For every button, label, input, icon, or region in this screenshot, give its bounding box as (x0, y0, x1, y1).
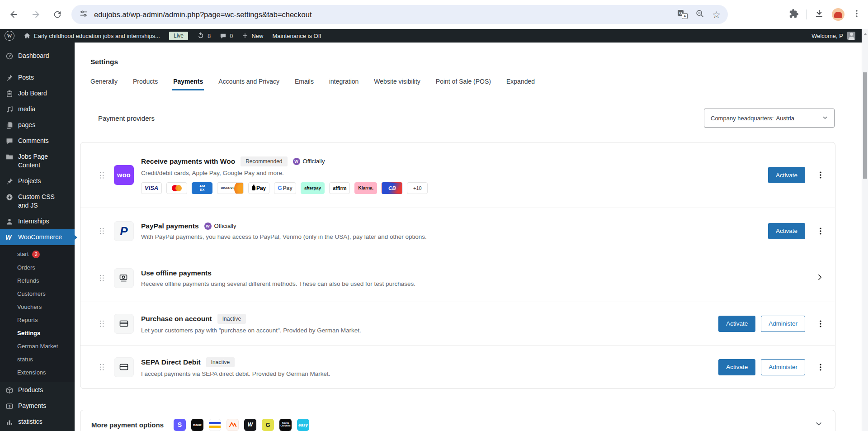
submenu-item-orders[interactable]: Orders (0, 261, 75, 274)
submenu-item-refunds[interactable]: Refunds (0, 274, 75, 287)
scrollbar-thumb[interactable] (863, 72, 867, 179)
submenu-item-extensions[interactable]: Extensions (0, 366, 75, 379)
tab-expanded[interactable]: Expanded (505, 78, 536, 90)
submenu-item-settings[interactable]: Settings (0, 327, 75, 340)
paypal-logo: P (114, 221, 134, 241)
drag-handle-icon[interactable] (99, 274, 104, 282)
activate-button[interactable]: Activate (768, 167, 805, 183)
activate-button[interactable]: Activate (718, 359, 755, 375)
drag-handle-icon[interactable] (99, 320, 104, 327)
sidebar-item-posts[interactable]: Posts (0, 70, 75, 85)
start-count-badge: 2 (32, 251, 40, 258)
sidebar-item-payments[interactable]: $ Payments (0, 398, 75, 414)
kebab-menu-icon[interactable] (814, 168, 827, 182)
tab-integration[interactable]: integration (328, 78, 359, 90)
account-menu[interactable]: Welcome, P (811, 32, 868, 40)
bar-chart-icon (5, 418, 14, 426)
sidebar-item-jobs-page-content[interactable]: Jobs Page Content (0, 149, 75, 173)
kebab-menu-icon[interactable] (814, 360, 827, 374)
sidebar-item-internships[interactable]: Internships (0, 213, 75, 229)
pages-icon (5, 121, 14, 129)
tab-products[interactable]: Products (132, 78, 159, 90)
sidebar-item-custom-css-js[interactable]: Custom CSS and JS (0, 189, 75, 213)
submenu-item-german-market[interactable]: German Market (0, 340, 75, 353)
provider-name: PayPal payments (141, 222, 199, 230)
provider-row-offline: Use offline payments Receive offline pay… (80, 254, 835, 302)
sidebar-item-comments[interactable]: Comments (0, 133, 75, 149)
sidebar-item-products[interactable]: Products (0, 382, 75, 398)
sidebar-item-projects[interactable]: Projects (0, 173, 75, 189)
zoom-icon[interactable] (695, 9, 705, 20)
browser-menu-icon[interactable] (852, 9, 862, 20)
activate-button[interactable]: Activate (718, 316, 755, 332)
provider-description: Credit/debit cards, Apple Pay, Google Pa… (141, 170, 768, 176)
submenu-item-customers[interactable]: Customers (0, 287, 75, 300)
mollie-logo: mollie (191, 419, 203, 431)
site-settings-icon[interactable] (79, 9, 89, 20)
invoice-card-icon (114, 314, 134, 334)
sepa-card-icon (114, 357, 134, 377)
sidebar-item-media[interactable]: media (0, 101, 75, 117)
downloads-icon[interactable] (814, 8, 825, 21)
sidebar-item-pages[interactable]: pages (0, 117, 75, 133)
browser-nav-buttons (0, 6, 71, 23)
live-badge[interactable]: Live (165, 29, 193, 43)
inactive-badge: Inactive (206, 357, 235, 367)
activate-button[interactable]: Activate (768, 223, 805, 239)
user-avatar (847, 32, 855, 40)
translate-icon[interactable] (678, 10, 688, 19)
wp-logo-menu[interactable] (0, 29, 19, 43)
sidebar-item-statistics[interactable]: statistics (0, 414, 75, 430)
submenu-item-start[interactable]: start2 (0, 247, 75, 261)
administer-button[interactable]: Administer (761, 316, 805, 332)
provider-name: Purchase on account (141, 315, 212, 323)
provider-name: Use offline payments (141, 269, 212, 277)
provider-description: With PayPal payments, you have access to… (141, 233, 768, 240)
more-payment-options[interactable]: More payment options S mollie W G Klarna… (80, 410, 835, 431)
sidebar-item-woocommerce[interactable]: W WooCommerce (0, 229, 75, 245)
submenu-item-vouchers[interactable]: Vouchers (0, 300, 75, 313)
tab-point-of-sale[interactable]: Point of Sale (POS) (435, 78, 492, 90)
tab-emails[interactable]: Emails (294, 78, 315, 90)
updates-link[interactable]: 8 (193, 29, 215, 43)
officially-badge: WOfficially (204, 223, 236, 230)
back-button[interactable] (5, 6, 23, 23)
new-menu[interactable]: New (237, 29, 268, 43)
sidebar-item-dashboard[interactable]: Dashboard (0, 48, 75, 64)
maintenance-status[interactable]: Maintenance is Off (268, 29, 326, 43)
tab-payments[interactable]: Payments (172, 78, 204, 90)
drag-handle-icon[interactable] (99, 171, 104, 179)
drag-handle-icon[interactable] (99, 227, 104, 235)
expand-chevron-icon[interactable] (814, 419, 823, 430)
page-scrollbar[interactable] (862, 29, 868, 431)
chevron-right-icon[interactable] (812, 270, 827, 286)
tab-website-visibility[interactable]: Website visibility (373, 78, 421, 90)
tab-accounts-privacy[interactable]: Accounts and Privacy (217, 78, 280, 90)
kebab-menu-icon[interactable] (814, 317, 827, 331)
extensions-icon[interactable] (789, 9, 799, 20)
url-text[interactable]: edujobs.at/wp-admin/admin.php?page=wc-se… (94, 10, 672, 19)
site-name: Early childhood education jobs and inter… (34, 33, 160, 39)
gocardless-logo: G (262, 419, 274, 431)
amex-chip: AMEX (192, 182, 212, 194)
bookmark-star-icon[interactable]: ☆ (712, 10, 721, 19)
tab-generally[interactable]: Generally (90, 78, 118, 90)
url-bar[interactable]: edujobs.at/wp-admin/admin.php?page=wc-se… (71, 5, 728, 24)
submenu-item-status[interactable]: status (0, 353, 75, 366)
comments-link[interactable]: 0 (215, 29, 237, 43)
forward-button[interactable] (27, 6, 44, 23)
reload-button[interactable] (49, 6, 66, 23)
drag-handle-icon[interactable] (99, 363, 104, 371)
administer-button[interactable]: Administer (761, 359, 805, 375)
person-icon (5, 218, 14, 226)
provider-row-paypal: P PayPal payments WOfficially With PayPa… (80, 208, 835, 254)
site-link[interactable]: Early childhood education jobs and inter… (19, 29, 165, 43)
wordpress-logo-icon (5, 31, 14, 41)
profile-avatar[interactable] (832, 8, 844, 21)
provider-description: Receive offline payments using several d… (141, 280, 812, 287)
settings-page: Settings Generally Products Payments Acc… (75, 43, 868, 431)
submenu-item-reports[interactable]: Reports (0, 313, 75, 327)
sidebar-item-job-board[interactable]: Job Board (0, 85, 75, 101)
company-headquarters-select[interactable]: Company headquarters: Austria (704, 109, 835, 128)
kebab-menu-icon[interactable] (814, 224, 827, 238)
